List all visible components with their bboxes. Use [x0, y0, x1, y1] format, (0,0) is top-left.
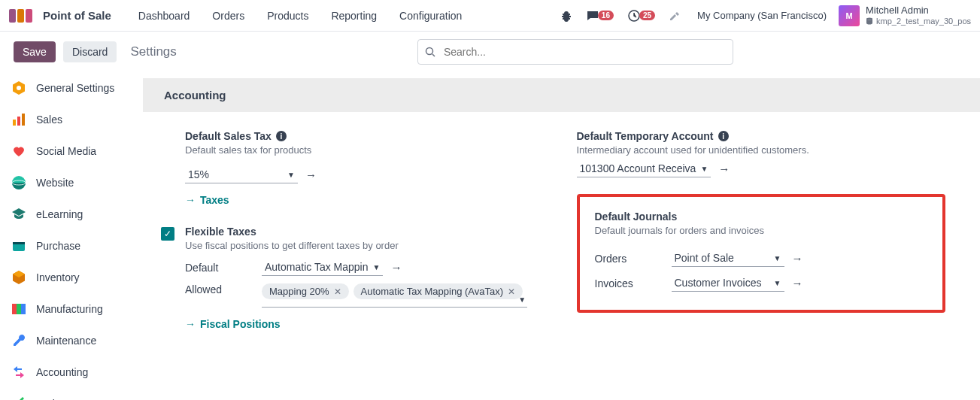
orders-label: Orders [595, 253, 672, 265]
sidebar-item-accounting[interactable]: Accounting [0, 356, 143, 388]
setting-desc: Default journals for orders and invoices [595, 225, 928, 236]
svg-rect-12 [13, 242, 25, 244]
sidebar-item-project[interactable]: Project [0, 388, 143, 400]
invoices-journal-select[interactable]: Customer Invoices▼ [672, 274, 784, 292]
sidebar-item-inventory[interactable]: Inventory [0, 262, 143, 293]
setting-desc: Default sales tax for products [185, 144, 547, 156]
sidebar-item-website[interactable]: Website [0, 167, 143, 198]
fiscal-positions-link[interactable]: → Fiscal Positions [185, 318, 281, 330]
setting-temp-account: Default Temporary Account i Intermediary… [577, 130, 960, 177]
sidebar-item-sales[interactable]: Sales [0, 104, 143, 135]
tools-icon[interactable] [669, 10, 681, 22]
setting-title-label: Flexible Taxes [185, 226, 256, 238]
close-icon[interactable]: ✕ [508, 286, 515, 297]
sidebar-item-label: Purchase [36, 240, 80, 252]
svg-point-2 [426, 48, 432, 55]
invoices-label: Invoices [595, 277, 672, 289]
user-menu[interactable]: M Mitchell Admin kmp_2_test_may_30_pos [839, 5, 971, 26]
sidebar-item-label: Maintenance [36, 335, 96, 347]
svg-point-1 [866, 17, 872, 20]
clock-badge: 25 [639, 11, 655, 20]
heart-icon [11, 143, 27, 159]
allowed-tags-input[interactable]: Mapping 20% ✕ Automatic Tax Mapping (Ava… [262, 283, 527, 308]
default-fiscal-select[interactable]: Automatic Tax Mappin▼ [262, 259, 383, 276]
sidebar-item-elearning[interactable]: eLearning [0, 198, 143, 230]
external-link-icon[interactable]: → [718, 162, 730, 175]
setting-title-label: Default Temporary Account [577, 130, 714, 142]
sidebar-item-label: Website [36, 177, 74, 189]
app-title[interactable]: Point of Sale [43, 9, 111, 22]
setting-title-label: Default Journals [595, 211, 678, 223]
chevron-down-icon: ▼ [700, 165, 708, 173]
chat-badge: 16 [598, 11, 614, 20]
tag-mapping20: Mapping 20% ✕ [262, 283, 349, 299]
nav-configuration[interactable]: Configuration [390, 10, 471, 22]
settings-sidebar: General Settings Sales Social Media Webs… [0, 72, 143, 400]
search-icon [425, 47, 435, 57]
wrench-icon [11, 332, 27, 349]
discard-button[interactable]: Discard [63, 41, 117, 62]
company-selector[interactable]: My Company (San Francisco) [697, 10, 827, 21]
info-icon[interactable]: i [276, 131, 287, 141]
sidebar-item-purchase[interactable]: Purchase [0, 230, 143, 262]
close-icon[interactable]: ✕ [334, 286, 341, 297]
graduation-cap-icon [11, 206, 27, 223]
bug-icon[interactable] [560, 10, 572, 22]
db-name: kmp_2_test_may_30_pos [866, 17, 971, 26]
sidebar-item-general[interactable]: General Settings [0, 72, 143, 104]
external-link-icon[interactable]: → [792, 277, 803, 289]
database-icon [866, 17, 873, 25]
save-button[interactable]: Save [14, 41, 56, 62]
setting-title-label: Default Sales Tax [185, 130, 272, 142]
setting-desc: Intermediary account used for unidentifi… [577, 144, 960, 156]
arrow-right-icon: → [185, 318, 196, 330]
external-link-icon[interactable]: → [305, 168, 317, 181]
svg-rect-8 [22, 114, 25, 126]
arrow-right-icon: → [185, 194, 196, 206]
setting-flexible-taxes: ✓ Flexible Taxes Use fiscal positions to… [164, 226, 547, 330]
external-link-icon[interactable]: → [390, 261, 402, 274]
sidebar-item-social[interactable]: Social Media [0, 135, 143, 167]
setting-desc: Use fiscal positions to get different ta… [185, 240, 547, 251]
nav-reporting[interactable]: Reporting [322, 10, 386, 22]
settings-main: Accounting Default Sales Tax i Default s… [143, 72, 980, 400]
sidebar-item-label: Accounting [36, 366, 88, 378]
tag-avatax: Automatic Tax Mapping (AvaTax) ✕ [353, 283, 523, 299]
gear-hex-icon [11, 80, 27, 96]
chevron-down-icon: ▼ [372, 263, 380, 271]
sidebar-item-label: Inventory [36, 271, 80, 283]
nav-orders[interactable]: Orders [203, 10, 253, 22]
orders-journal-select[interactable]: Point of Sale▼ [672, 250, 784, 267]
svg-rect-7 [17, 117, 20, 126]
search-input[interactable] [417, 39, 733, 65]
wallet-icon [11, 238, 27, 254]
flexible-taxes-checkbox[interactable]: ✓ [161, 227, 174, 241]
bars-icon [11, 111, 27, 128]
default-tax-select[interactable]: 15%▼ [185, 166, 298, 183]
sidebar-item-label: Social Media [36, 145, 96, 157]
chevron-down-icon: ▼ [287, 171, 295, 179]
clock-icon[interactable]: 25 [627, 9, 655, 23]
arrows-icon [11, 364, 27, 380]
sidebar-item-label: Sales [36, 114, 62, 126]
external-link-icon[interactable]: → [792, 252, 803, 265]
nav-products[interactable]: Products [258, 10, 317, 22]
chevron-down-icon[interactable]: ▼ [518, 295, 526, 304]
top-nav: Point of Sale Dashboard Orders Products … [0, 0, 980, 32]
avatar: M [839, 5, 860, 26]
setting-default-sales-tax: Default Sales Tax i Default sales tax fo… [164, 130, 547, 206]
taxes-link[interactable]: → Taxes [185, 194, 229, 206]
default-label: Default [185, 262, 262, 274]
chat-icon[interactable]: 16 [586, 9, 614, 23]
sidebar-item-maintenance[interactable]: Maintenance [0, 325, 143, 356]
sidebar-item-manufacturing[interactable]: Manufacturing [0, 293, 143, 325]
user-name: Mitchell Admin [866, 5, 971, 16]
nav-dashboard[interactable]: Dashboard [129, 10, 199, 22]
stacked-bars-icon [11, 301, 27, 317]
temp-account-select[interactable]: 101300 Account Receiva▼ [577, 160, 711, 177]
info-icon[interactable]: i [718, 131, 729, 141]
chevron-down-icon: ▼ [774, 254, 781, 262]
sidebar-item-label: General Settings [36, 82, 114, 94]
allowed-label: Allowed [185, 283, 262, 295]
breadcrumb: Settings [130, 44, 176, 59]
